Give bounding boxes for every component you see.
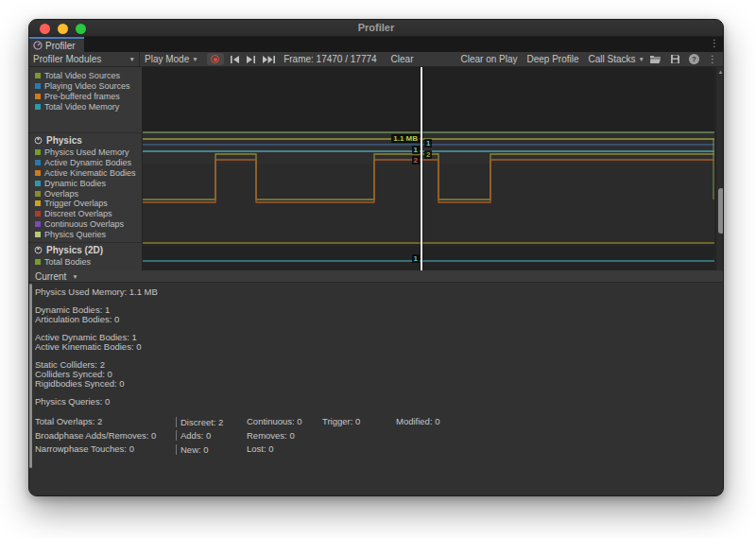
details-stat-line: Colliders Synced: 0 (35, 370, 715, 379)
playhead-value-label: 1.1 MB (391, 134, 420, 143)
module-section: Total Video SourcesPlaying Video Sources… (29, 67, 142, 132)
table-row: Narrowphase Touches: 0New: 0Lost: 0 (35, 443, 715, 457)
current-frame-button[interactable] (262, 55, 276, 64)
legend-item[interactable]: Physics Queries (29, 229, 142, 239)
overlaps-table: Total Overlaps: 2Discreet: 2Continuous: … (35, 415, 715, 457)
legend-item[interactable]: Overlaps (29, 188, 142, 199)
details-stat-line: Dynamic Bodies: 1 (35, 305, 715, 315)
module-header-label: Physics (2D) (46, 245, 103, 255)
legend-item[interactable]: Physics Used Memory (29, 148, 142, 158)
details-group: Physics Queries: 0 (35, 397, 715, 407)
profiler-window: Profiler Profiler ⋮ Profiler Modules ▼ P… (28, 19, 724, 496)
details-mode-dropdown[interactable]: Current ▼ (29, 270, 724, 283)
legend-item[interactable]: Playing Video Sources (29, 81, 142, 92)
legend-item[interactable]: Pre-buffered frames (29, 92, 142, 102)
help-icon[interactable]: ? (689, 54, 699, 64)
details-pane: Current ▼ Physics Used Memory: 1.1 MBDyn… (29, 270, 724, 496)
table-cell: Narrowphase Touches: 0 (35, 444, 176, 454)
details-stat-line: Active Kinematic Bodies: 0 (35, 342, 715, 352)
details-group: Static Colliders: 2Colliders Synced: 0Ri… (35, 360, 715, 389)
legend-label: Discreet Overlaps (44, 209, 112, 218)
table-cell: Adds: 0 (176, 430, 247, 441)
legend-label: Playing Video Sources (44, 81, 129, 91)
legend-label: Dynamic Bodies (44, 179, 106, 188)
details-group: Dynamic Bodies: 1Articulation Bodies: 0 (35, 305, 715, 324)
save-profile-icon[interactable] (670, 54, 680, 64)
table-cell: Trigger: 0 (322, 417, 396, 426)
play-mode-dropdown[interactable]: Play Mode ▼ (140, 52, 203, 66)
table-cell: Discreet: 2 (176, 417, 247, 427)
legend-item[interactable]: Continuous Overlaps (29, 219, 142, 230)
legend-item[interactable]: Total Video Memory (29, 101, 142, 112)
tab-profiler[interactable]: Profiler (29, 37, 84, 52)
details-body: Physics Used Memory: 1.1 MBDynamic Bodie… (35, 287, 715, 457)
profiler-gauge-icon (33, 41, 43, 50)
legend-swatch (35, 73, 41, 78)
legend-label: Trigger Overlaps (44, 199, 108, 208)
legend-item[interactable]: Trigger Overlaps (29, 199, 142, 209)
table-cell: Total Overlaps: 2 (35, 417, 176, 426)
module-section: Physics (2D)Total Bodies (29, 242, 142, 270)
chevron-down-icon: ▼ (129, 56, 135, 62)
physics-module-icon (34, 246, 43, 254)
record-icon (211, 55, 219, 63)
legend-item[interactable]: Total Bodies (29, 257, 142, 268)
legend-item[interactable]: Total Video Sources (29, 71, 142, 81)
table-cell: Modified: 0 (396, 417, 715, 426)
playhead-value-label: 2 (412, 156, 420, 165)
chevron-down-icon: ▼ (72, 273, 77, 280)
toolbar-menu-icon[interactable]: ⋮ (708, 54, 717, 64)
clear-button[interactable]: Clear (387, 52, 419, 66)
module-header-physics-2d-[interactable]: Physics (2D) (29, 243, 142, 257)
details-group: Active Dynamic Bodies: 1Active Kinematic… (35, 333, 715, 352)
legend-item[interactable]: Discreet Overlaps (29, 209, 142, 219)
legend-label: Pre-buffered frames (44, 92, 120, 101)
chart-scrollbar-thumb[interactable] (718, 188, 724, 234)
module-header-physics[interactable]: Physics (29, 133, 142, 148)
legend-swatch (35, 104, 41, 110)
tab-menu-icon[interactable]: ⋮ (710, 38, 719, 48)
legend-label: Total Video Sources (44, 71, 120, 80)
legend-swatch (35, 232, 41, 237)
legend-item[interactable]: Active Dynamic Bodies (29, 158, 142, 168)
table-cell: Lost: 0 (247, 444, 322, 454)
legend-item[interactable]: Dynamic Bodies (29, 178, 142, 188)
previous-frame-button[interactable] (230, 55, 240, 64)
record-button[interactable] (207, 53, 224, 65)
details-stat-line: Articulation Bodies: 0 (35, 315, 715, 324)
tab-label: Profiler (45, 41, 76, 51)
legend-swatch (35, 221, 41, 227)
legend-swatch (35, 200, 41, 206)
legend-label: Continuous Overlaps (44, 219, 124, 229)
details-stat-line: Static Colliders: 2 (35, 360, 715, 370)
title-bar[interactable]: Profiler (29, 20, 723, 37)
legend-swatch (35, 94, 41, 99)
table-row: Total Overlaps: 2Discreet: 2Continuous: … (35, 415, 715, 429)
playhead-value-label: 2 (424, 150, 432, 159)
chart-scrollbar[interactable]: ▲ (715, 67, 724, 270)
table-cell: Continuous: 0 (247, 417, 322, 426)
physics-chart[interactable]: 1.1 MB11221 (143, 67, 715, 270)
profiler-modules-dropdown[interactable]: Profiler Modules ▼ (29, 52, 140, 66)
profiler-modules-label: Profiler Modules (33, 54, 101, 64)
load-profile-icon[interactable] (649, 54, 662, 64)
playhead-value-label: 1 (424, 139, 432, 148)
chevron-down-icon: ▼ (192, 56, 198, 62)
scroll-up-icon[interactable]: ▲ (716, 69, 724, 75)
details-stat-line: Rigidbodies Synced: 0 (35, 379, 715, 389)
legend-label: Total Bodies (44, 257, 91, 267)
legend-item[interactable]: Active Kinematic Bodies (29, 168, 142, 179)
frame-counter: Frame: 17470 / 17774 (284, 54, 376, 64)
call-stacks-dropdown[interactable]: Call Stacks ▼ (584, 52, 649, 66)
legend-label: Active Kinematic Bodies (44, 168, 136, 178)
legend-swatch (35, 259, 41, 265)
chevron-down-icon: ▼ (639, 56, 644, 62)
legend-swatch (35, 170, 41, 176)
legend-label: Total Video Memory (44, 102, 119, 112)
chart-playhead[interactable] (421, 67, 422, 270)
deep-profile-toggle[interactable]: Deep Profile (523, 52, 584, 66)
next-frame-button[interactable] (246, 55, 256, 64)
details-scrollbar[interactable] (29, 284, 32, 468)
legend-label: Active Dynamic Bodies (44, 158, 131, 167)
clear-on-play-toggle[interactable]: Clear on Play (455, 52, 522, 66)
